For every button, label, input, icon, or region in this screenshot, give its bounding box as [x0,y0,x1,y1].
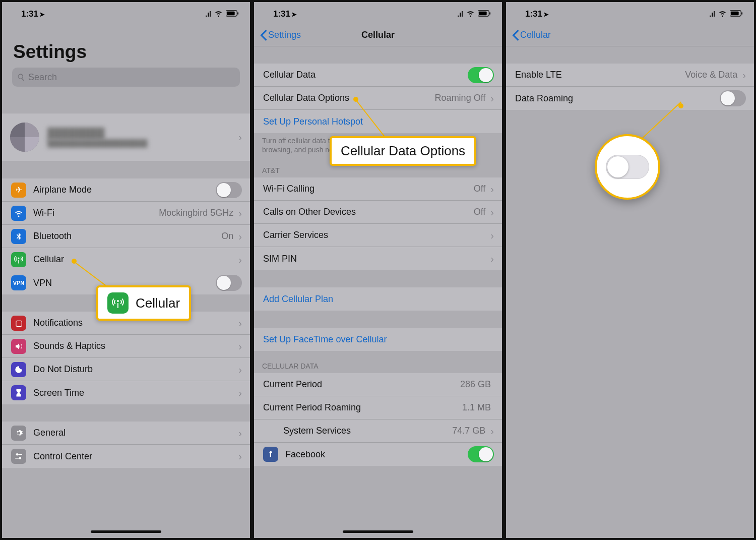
facebook-app-row[interactable]: f Facebook [254,443,502,466]
signal-icon: .ıl [205,10,211,18]
home-indicator [91,530,161,533]
svg-rect-1 [227,12,235,15]
airplane-icon: ✈ [11,183,26,198]
cellular-row[interactable]: Cellular › [2,248,250,271]
chevron-icon: › [238,428,242,438]
sim-pin-row[interactable]: SIM PIN › [254,247,502,270]
back-button[interactable]: Settings [260,30,301,41]
cellular-icon [107,292,129,314]
add-plan-row[interactable]: Add Cellular Plan [254,287,502,311]
signal-icon: .ıl [457,10,463,18]
battery-icon [478,10,491,18]
moon-icon [11,362,26,377]
apple-id-row[interactable]: ████████ ████████████████████ › [2,113,250,161]
carrier-services-row[interactable]: Carrier Services › [254,224,502,247]
battery-icon [226,10,239,18]
personal-hotspot-row[interactable]: Set Up Personal Hotspot [254,110,502,133]
cellular-options-screen: 1:31 ➤ .ıl Cellular Enable LTE Voice & D… [504,0,756,540]
chevron-icon: › [490,230,494,241]
svg-rect-9 [489,12,490,15]
chevron-icon: › [490,426,494,436]
location-icon: ➤ [39,11,45,18]
gear-icon [11,426,26,441]
profile-subtitle: ████████████████████ [47,139,228,147]
location-icon: ➤ [543,11,549,18]
status-icons: .ıl [709,9,743,19]
chevron-icon: › [238,341,242,351]
cellular-data-row[interactable]: Cellular Data [254,64,502,87]
chevron-icon: › [490,207,494,217]
control-center-row[interactable]: Control Center › [2,445,250,468]
facebook-icon: f [263,447,278,462]
airplane-toggle[interactable] [216,182,242,198]
chevron-icon: › [490,254,494,264]
vpn-toggle[interactable] [216,275,242,291]
avatar [10,123,39,152]
settings-screen: 1:31 ➤ .ıl Settings Search ████████ ████… [0,0,252,540]
sounds-row[interactable]: Sounds & Haptics › [2,335,250,358]
page-title: Settings [2,24,250,68]
svg-point-3 [16,453,19,456]
svg-rect-12 [741,12,742,15]
chevron-icon: › [238,451,242,461]
screen-time-row[interactable]: Screen Time › [2,381,250,404]
sounds-icon [11,339,26,354]
sliders-icon [11,449,26,464]
status-time: 1:31 [525,9,542,19]
hourglass-icon [11,385,26,400]
cellular-data-options-row[interactable]: Cellular Data Options Roaming Off › [254,87,502,110]
location-icon: ➤ [291,11,297,18]
wifi-icon [11,206,26,221]
airplane-mode-row[interactable]: ✈ Airplane Mode [2,178,250,202]
cellular-icon [11,252,26,267]
chevron-icon: › [238,255,242,265]
svg-point-5 [19,457,22,460]
chevron-icon: › [490,184,494,194]
search-input[interactable]: Search [12,68,240,87]
chevron-icon: › [490,93,494,103]
chevron-icon: › [238,231,242,242]
chevron-icon: › [238,132,242,142]
wifi-calling-row[interactable]: Wi-Fi Calling Off › [254,177,502,201]
other-devices-row[interactable]: Calls on Other Devices Off › [254,201,502,224]
profile-name: ████████ [47,128,228,139]
status-bar: 1:31 ➤ .ıl [2,2,250,24]
back-button[interactable]: Cellular [512,30,551,41]
status-bar: 1:31 ➤ .ıl [254,2,502,24]
wifi-icon [718,9,727,19]
callout-cellular: Cellular [96,285,191,321]
svg-rect-8 [479,12,487,15]
data-roaming-row[interactable]: Data Roaming [506,87,754,110]
toggle-off-icon [606,155,649,179]
callout-options: Cellular Data Options [330,136,476,166]
wifi-icon [466,9,475,19]
status-icons: .ıl [457,9,491,19]
svg-rect-11 [731,12,739,15]
wifi-icon [214,9,223,19]
status-icons: .ıl [205,9,239,19]
svg-rect-2 [237,12,238,15]
facebook-toggle[interactable] [468,446,494,462]
general-row[interactable]: General › [2,422,250,445]
bluetooth-icon [11,229,26,244]
status-bar: 1:31 ➤ .ıl [506,2,754,24]
cellular-data-header: CELLULAR DATA [254,351,502,373]
enable-lte-row[interactable]: Enable LTE Voice & Data › [506,64,754,87]
cellular-screen: 1:31 ➤ .ıl Settings Cellular Cellular Da… [252,0,504,540]
status-time: 1:31 [273,9,290,19]
system-services-row[interactable]: System Services 74.7 GB › [254,419,502,443]
svg-rect-6 [15,458,19,459]
status-time: 1:31 [21,9,38,19]
bluetooth-row[interactable]: Bluetooth On › [2,225,250,248]
data-roaming-toggle[interactable] [720,90,746,106]
notifications-icon: ▢ [11,316,26,331]
facetime-setup-row[interactable]: Set Up FaceTime over Cellular [254,328,502,351]
wifi-row[interactable]: Wi-Fi Mockingbird 5GHz › [2,202,250,225]
search-placeholder: Search [28,72,57,83]
dnd-row[interactable]: Do Not Disturb › [2,358,250,381]
chevron-icon: › [238,318,242,328]
chevron-icon: › [742,70,746,80]
battery-icon [730,10,743,18]
vpn-icon: VPN [11,275,26,290]
cellular-data-toggle[interactable] [468,67,494,83]
